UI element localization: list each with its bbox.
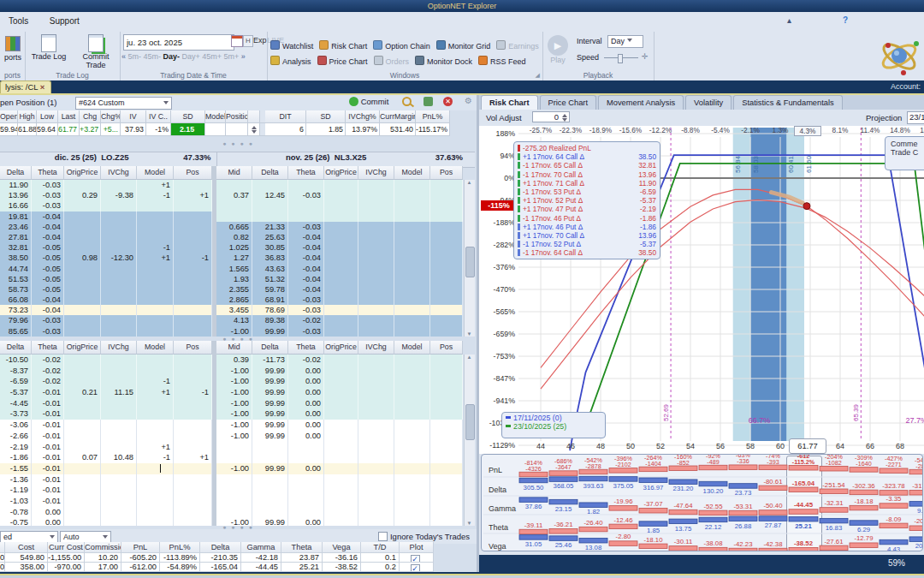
option-row[interactable]: 32.81-0.05-11.02530.85-0.04 [0,242,475,253]
splitter-grip[interactable]: ● ● ● ● [0,140,477,146]
option-cell[interactable] [288,507,324,518]
option-cell[interactable] [394,408,430,420]
option-cell[interactable] [430,180,463,190]
option-cell[interactable] [430,305,463,315]
ignore-todays-trades-checkbox[interactable]: Ignore Today's Trades [378,532,470,541]
option-cell[interactable] [394,398,430,409]
time-step-5m-[interactable]: 5m- [128,52,144,61]
col-header-OrigPrice[interactable]: OrigPrice [64,341,101,355]
option-cell[interactable]: -2.19 [0,442,32,453]
col-header-IVChg[interactable]: IVChg [101,341,137,355]
option-row[interactable]: 66.08-0.042.86568.91-0.03 [0,295,475,305]
option-cell[interactable] [137,463,174,474]
option-cell[interactable] [358,253,394,263]
option-cell[interactable]: -1.36 [0,474,32,486]
history-button[interactable]: H [243,35,253,47]
option-cell[interactable] [358,431,394,442]
option-cell[interactable] [394,326,430,337]
summary-col-Commission[interactable]: Commission [85,542,121,553]
option-cell[interactable] [174,295,212,305]
option-cell[interactable] [101,180,137,190]
play-button[interactable]: ▶ Play [548,35,568,64]
option-cell[interactable] [174,431,212,442]
commit-button[interactable]: Commit [349,97,388,106]
option-row[interactable]: 51.53-0.051.9351.32-0.04 [0,274,475,284]
option-cell[interactable] [174,232,212,242]
option-cell[interactable] [288,474,324,486]
option-cell[interactable] [174,355,212,366]
option-cell[interactable]: -0.01 [32,452,64,463]
option-cell[interactable]: -1.55 [0,463,32,474]
col-header-Pos[interactable]: Pos [430,341,463,355]
trading-date-input[interactable] [123,34,234,51]
option-cell[interactable] [252,200,288,211]
option-cell[interactable] [137,496,174,507]
option-cell[interactable] [394,315,430,325]
option-cell[interactable] [358,305,394,315]
option-cell[interactable] [252,212,288,222]
option-cell[interactable] [430,222,463,232]
option-cell[interactable]: -0.05 [32,274,64,284]
option-cell[interactable]: +1 [137,442,174,453]
option-cell[interactable] [324,355,358,366]
option-cell[interactable]: -1.86 [0,452,32,463]
option-cell[interactable]: -0.03 [32,200,64,211]
tab-volatility[interactable]: Volatility [685,95,732,110]
option-cell[interactable] [394,222,430,232]
option-cell[interactable] [430,355,463,366]
option-row[interactable]: -6.59-0.02-1-1.0099.990.00 [0,376,475,387]
option-cell[interactable]: 1.27 [216,253,252,263]
option-cell[interactable] [216,474,252,486]
option-cell[interactable] [137,264,174,274]
option-cell[interactable]: -0.04 [288,242,324,253]
option-cell[interactable]: -0.02 [288,355,324,366]
option-cell[interactable]: 11.15 [101,387,137,398]
option-cell[interactable] [101,305,137,315]
option-cell[interactable] [324,366,358,377]
option-cell[interactable]: -0.04 [288,284,324,295]
summary-col-PnL%[interactable]: PnL% [160,542,200,553]
menu-tools[interactable]: Tools [0,13,37,26]
summary-col-PnL[interactable]: PnL [121,542,160,553]
option-cell[interactable]: -0.05 [32,284,64,295]
summary-col-T/D[interactable]: T/D [361,542,400,553]
option-cell[interactable] [394,376,430,387]
comment-box[interactable]: CommeTrade C [885,136,924,170]
col-header-Theta[interactable]: Theta [288,166,324,180]
option-cell[interactable] [358,496,394,507]
col-header-Pos[interactable]: Pos [430,166,463,180]
calendar-icon[interactable] [231,35,243,47]
speed-slider-thumb[interactable] [618,54,623,63]
option-cell[interactable] [64,420,101,431]
option-cell[interactable] [64,295,101,305]
option-cell[interactable] [137,398,174,409]
option-cell[interactable]: -0.02 [288,315,324,325]
option-cell[interactable]: 99.99 [252,387,288,398]
option-cell[interactable]: 23.46 [0,222,32,232]
option-cell[interactable] [394,485,430,496]
option-cell[interactable] [137,232,174,242]
time-step-5m+[interactable]: 5m+ [224,52,241,61]
window-toggle-rss-feed[interactable]: RSS Feed [478,56,526,66]
option-cell[interactable]: -0.04 [288,253,324,263]
ribbon-collapse-icon[interactable]: ▴ [787,15,791,25]
option-cell[interactable] [324,315,358,325]
option-cell[interactable] [358,442,394,453]
option-cell[interactable]: 19.81 [0,212,32,222]
chain1-scrollbar[interactable]: ▲▼ [464,180,475,337]
option-cell[interactable]: 44.74 [0,264,32,274]
option-row[interactable]: 73.23-0.043.45578.69-0.03 [0,305,475,315]
option-cell[interactable] [174,305,212,315]
option-cell[interactable]: -0.04 [288,274,324,284]
option-cell[interactable] [174,420,212,431]
option-cell[interactable] [430,463,463,474]
option-cell[interactable]: -0.05 [32,253,64,263]
option-row[interactable]: 85.65-0.03-1.0099.99-0.03 [0,326,475,337]
option-cell[interactable] [324,295,358,305]
option-cell[interactable] [101,232,137,242]
option-cell[interactable] [394,305,430,315]
option-cell[interactable] [324,305,358,315]
option-cell[interactable] [324,222,358,232]
option-cell[interactable] [137,485,174,496]
option-cell[interactable] [216,200,252,211]
